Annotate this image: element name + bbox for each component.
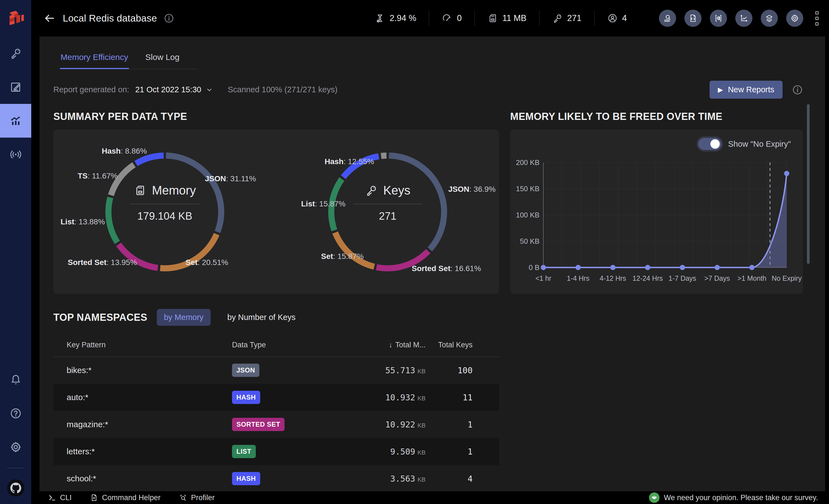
data-type-badge: SORTED SET [232,418,285,431]
analysis-chart-button[interactable] [735,10,752,27]
memory-freed-section: MEMORY LIKELY TO BE FREED OVER TIME Show… [510,111,803,294]
summary-section: SUMMARY PER DATA TYPE Memory 179.104 KB [53,111,499,294]
cli-button[interactable]: CLI [48,494,72,502]
keys-donut-value: 271 [379,210,396,222]
more-menu-button[interactable] [816,11,819,26]
data-point [784,171,789,176]
page-title: Local Redis database [63,13,157,24]
donut-segment-hash [136,156,164,164]
filter-by-memory[interactable]: by Memory [157,309,211,326]
report-date-select[interactable]: 21 Oct 2022 15:30 [135,85,213,94]
total-keys-cell: 100 [426,365,473,375]
back-button[interactable] [43,12,56,24]
x-tick-label: 4-12 Hrs [600,274,626,282]
data-type-cell: HASH [232,391,359,404]
table-row: school:*HASH3.563KB4 [53,465,499,491]
tab-memory-efficiency[interactable]: Memory Efficiency [60,51,129,69]
donut-label-set: Set: 15.87% [321,252,364,261]
analyze-button[interactable] [710,10,727,27]
total-memory-cell: 3.563KB [359,474,426,483]
sidebar-item-analytics[interactable] [0,104,31,138]
settings-button[interactable] [786,10,803,27]
show-no-expiry-toggle[interactable] [698,138,721,150]
y-tick-label: 150 KB [516,185,539,193]
report-info-icon[interactable] [792,84,803,95]
db-stats: 2.94 % 0 11 MB 271 4 [362,11,640,26]
key-pattern-cell: letters:* [53,447,232,456]
report-row: Report generated on: 21 Oct 2022 15:30 S… [53,81,803,99]
workbench-json-button[interactable] [684,10,701,27]
total-keys-cell: 1 [426,447,473,457]
new-reports-label: New Reports [728,85,774,94]
data-type-badge: HASH [232,472,260,485]
donut-label-hash: Hash: 8.86% [102,147,147,156]
hourglass-icon [375,13,385,24]
sidebar-item-settings[interactable] [0,430,31,464]
terminal-icon [48,494,56,502]
play-icon: ▶ [718,86,723,94]
col-key-pattern[interactable]: Key Pattern [53,341,232,349]
survey-link[interactable]: We need your opinion. Please take our su… [649,492,818,503]
sidebar-item-github[interactable] [0,472,31,504]
memory-freed-card: Show "No Expiry" 200 KB150 KB100 KB50 KB… [510,129,803,294]
sidebar-item-notifications[interactable] [0,363,31,396]
sidebar-item-help[interactable] [0,396,31,430]
keys-donut-center: Keys 271 [332,184,443,222]
sort-desc-icon: ↓ [389,341,393,349]
github-icon [7,479,25,497]
bottom-bar: CLI Command Helper Profiler We need your… [31,491,829,504]
sidebar-item-browser[interactable] [0,36,31,70]
browse-insights-button[interactable] [659,10,676,27]
profiler-button[interactable]: Profiler [179,494,215,502]
key-icon [9,47,22,60]
table-header: Key Pattern Data Type ↓Total M... Total … [53,336,499,356]
donut-label-ts: TS: 11.67% [78,171,117,181]
table-row: bikes:*JSON55.713KB100 [53,357,499,384]
sidebar-item-workbench[interactable] [0,70,31,104]
memory-donut-value: 179.104 KB [137,210,192,222]
col-data-type[interactable]: Data Type [232,341,359,349]
sidebar [0,0,31,504]
command-helper-button[interactable]: Command Helper [90,494,161,502]
summary-title: SUMMARY PER DATA TYPE [53,111,499,122]
memory-freed-title: MEMORY LIKELY TO BE FREED OVER TIME [510,111,803,122]
donut-label-hash: Hash: 12.55% [325,157,374,166]
data-type-cell: HASH [232,472,359,485]
db-info-icon[interactable] [164,13,174,24]
sidebar-item-pubsub[interactable] [0,138,31,171]
layers-button[interactable] [761,10,778,27]
main-column: Local Redis database 2.94 % 0 11 MB [31,0,829,504]
y-tick-label: 0 B [529,263,539,272]
total-memory-cell: 9.509KB [359,447,426,457]
stat-ops-value: 0 [457,13,462,23]
gear-icon [790,13,799,23]
data-type-cell: LIST [232,445,359,458]
matrix-icon [714,13,723,23]
kebab-dot [816,17,819,20]
stat-clients-value: 4 [622,13,627,23]
key-icon [365,184,378,197]
data-point [680,265,685,270]
redis-logo[interactable] [0,0,31,36]
total-keys-cell: 4 [426,474,473,483]
filter-by-keys[interactable]: by Number of Keys [220,309,303,326]
donut-label-list: List: 13.88% [61,218,105,226]
namespaces-table: Key Pattern Data Type ↓Total M... Total … [53,336,499,491]
data-type-badge: HASH [232,391,260,404]
pubsub-icon [9,148,22,161]
memory-donut-chart: Memory 179.104 KB JSON: 31.11%Set: 20.51… [53,129,276,294]
tab-slow-log[interactable]: Slow Log [145,51,180,69]
key-pattern-cell: auto:* [53,393,232,402]
col-total-memory[interactable]: ↓Total M... [359,341,426,349]
table-row: auto:*HASH10.932KB11 [53,384,499,411]
gear-icon [9,441,22,454]
new-reports-button[interactable]: ▶ New Reports [710,81,783,99]
total-memory-cell: 10.922KB [359,420,426,429]
stat-cpu-value: 2.94 % [390,13,417,23]
x-tick-label: >1 Month [737,274,766,282]
line-series [543,173,787,268]
col-total-keys[interactable]: Total Keys [426,341,473,349]
donut-label-set: Set: 20.51% [185,258,228,267]
vertical-scrollbar[interactable] [807,104,809,264]
topbar: Local Redis database 2.94 % 0 11 MB [31,0,829,36]
